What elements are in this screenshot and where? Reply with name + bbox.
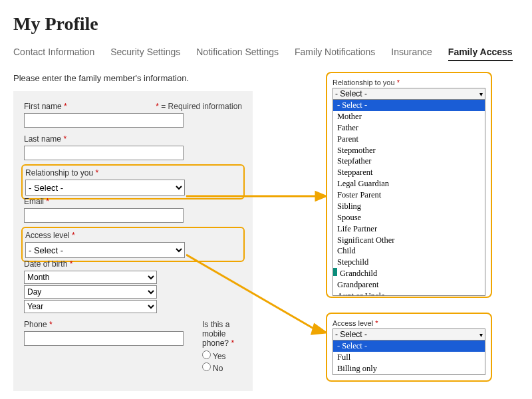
- required-note: * = Required information: [156, 102, 242, 111]
- access-level-popout-header[interactable]: - Select -▾: [332, 329, 485, 340]
- relationship-option[interactable]: Foster Parent: [333, 190, 485, 201]
- tab-family-access[interactable]: Family Access: [448, 47, 513, 61]
- relationship-option[interactable]: Stepmother: [333, 145, 485, 156]
- relationship-popout-label: Relationship to you *: [332, 78, 485, 86]
- svg-marker-3: [312, 325, 326, 334]
- email-input[interactable]: [24, 208, 184, 223]
- relationship-option[interactable]: Child: [333, 245, 485, 257]
- svg-line-2: [186, 255, 316, 330]
- relationship-select[interactable]: - Select -: [25, 180, 185, 196]
- relationship-option[interactable]: Sibling: [333, 201, 485, 212]
- access-level-label: Access level *: [25, 231, 241, 240]
- tab-contact-information[interactable]: Contact Information: [13, 47, 94, 61]
- phone-label: Phone *: [24, 320, 184, 329]
- page-title: My Profile: [13, 13, 519, 35]
- relationship-options-list[interactable]: - Select -MotherFatherParentStepmotherSt…: [332, 100, 485, 296]
- relationship-option[interactable]: Life Partner: [333, 223, 485, 235]
- relationship-option[interactable]: - Select -: [333, 100, 485, 111]
- tab-insurance[interactable]: Insurance: [391, 47, 432, 61]
- is-mobile-no[interactable]: No: [202, 364, 223, 373]
- required-note-text: = Required information: [159, 102, 242, 111]
- tab-bar: Contact Information Security Settings No…: [13, 47, 519, 61]
- relationship-option[interactable]: Parent: [333, 134, 485, 145]
- access-level-options-list[interactable]: - Select -FullBilling only: [332, 340, 485, 375]
- last-name-label: Last name *: [24, 134, 242, 144]
- tab-family-notifications[interactable]: Family Notifications: [295, 47, 375, 61]
- relationship-option[interactable]: Stepparent: [333, 167, 485, 178]
- relationship-option[interactable]: Stepchild: [333, 257, 485, 268]
- access-level-select[interactable]: - Select -: [25, 242, 185, 258]
- access-level-option[interactable]: - Select -: [333, 340, 485, 352]
- chevron-down-icon: ▾: [479, 331, 483, 338]
- relationship-option[interactable]: Grandchild: [333, 268, 485, 279]
- access-level-option[interactable]: Full: [333, 352, 485, 363]
- relationship-label: Relationship to you *: [25, 168, 241, 178]
- tab-notification-settings[interactable]: Notification Settings: [196, 47, 279, 61]
- last-name-input[interactable]: [24, 146, 184, 160]
- relationship-option[interactable]: Legal Guardian: [333, 178, 485, 190]
- form-panel: * = Required information First name * La…: [13, 91, 253, 391]
- arrow-icon: [186, 190, 326, 203]
- dob-month-select[interactable]: Month: [24, 271, 157, 284]
- access-level-popout-label: Access level *: [332, 319, 485, 327]
- relationship-option[interactable]: Significant Other: [333, 235, 485, 246]
- relationship-option[interactable]: Grandparent: [333, 279, 485, 291]
- relationship-option[interactable]: Aunt or Uncle: [333, 291, 485, 296]
- chevron-down-icon: ▾: [479, 90, 483, 98]
- first-name-input[interactable]: [24, 113, 184, 128]
- svg-marker-1: [316, 192, 326, 200]
- is-mobile-yes[interactable]: Yes: [202, 352, 226, 361]
- relationship-option[interactable]: Mother: [333, 111, 485, 122]
- dob-day-select[interactable]: Day: [24, 285, 157, 299]
- relationship-option[interactable]: Stepfather: [333, 156, 485, 167]
- tab-security-settings[interactable]: Security Settings: [110, 47, 180, 61]
- access-level-popout: Access level * - Select -▾ - Select -Ful…: [326, 313, 492, 382]
- relationship-popout-header[interactable]: - Select -▾: [332, 88, 485, 100]
- arrow-icon: [186, 251, 326, 338]
- dob-year-select[interactable]: Year: [24, 300, 157, 313]
- phone-input[interactable]: [24, 331, 184, 346]
- relationship-popout: Relationship to you * - Select -▾ - Sele…: [326, 72, 492, 298]
- relationship-option[interactable]: Father: [333, 122, 485, 134]
- access-level-option[interactable]: Billing only: [333, 363, 485, 374]
- relationship-option[interactable]: Spouse: [333, 212, 485, 223]
